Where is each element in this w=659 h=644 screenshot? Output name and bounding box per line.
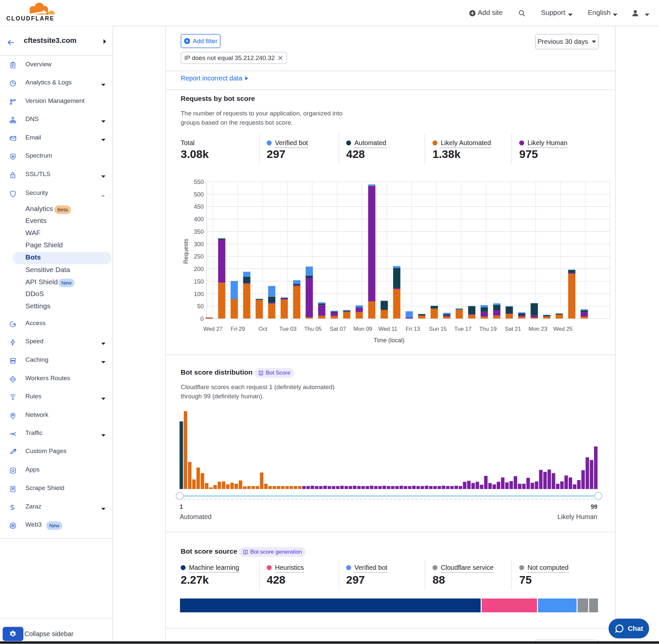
svg-text:Requests: Requests	[183, 239, 189, 264]
svg-text:CLOUDFLARE: CLOUDFLARE	[6, 15, 55, 21]
svg-text:Thu 05: Thu 05	[304, 326, 322, 332]
svg-text:Mon 09: Mon 09	[353, 326, 372, 332]
svg-text:150: 150	[194, 278, 204, 285]
svg-text:Sun 15: Sun 15	[429, 326, 447, 332]
svg-text:450: 450	[194, 204, 204, 210]
svg-text:Wed 27: Wed 27	[204, 326, 222, 332]
svg-text:Wed 25: Wed 25	[553, 326, 572, 332]
svg-text:400: 400	[194, 216, 204, 223]
svg-text:Time (local): Time (local)	[374, 337, 404, 344]
svg-text:50: 50	[197, 303, 204, 309]
svg-text:0: 0	[201, 316, 204, 322]
svg-text:Tue 17: Tue 17	[454, 326, 471, 332]
svg-text:300: 300	[194, 241, 204, 248]
svg-text:200: 200	[194, 266, 204, 272]
svg-text:500: 500	[194, 191, 204, 198]
svg-text:Wed 11: Wed 11	[378, 326, 397, 332]
svg-text:Thu 19: Thu 19	[479, 326, 496, 332]
svg-text:Oct: Oct	[258, 326, 267, 332]
svg-text:250: 250	[194, 253, 204, 260]
svg-text:100: 100	[194, 291, 204, 297]
svg-text:Sat 07: Sat 07	[330, 326, 346, 332]
svg-text:Fri 13: Fri 13	[406, 326, 420, 332]
svg-text:Fri 29: Fri 29	[231, 326, 245, 332]
svg-text:Tue 03: Tue 03	[279, 326, 297, 332]
svg-text:Mon 23: Mon 23	[528, 326, 547, 332]
svg-text:550: 550	[194, 179, 204, 185]
svg-text:Sat 21: Sat 21	[505, 326, 521, 332]
svg-text:350: 350	[194, 229, 204, 235]
